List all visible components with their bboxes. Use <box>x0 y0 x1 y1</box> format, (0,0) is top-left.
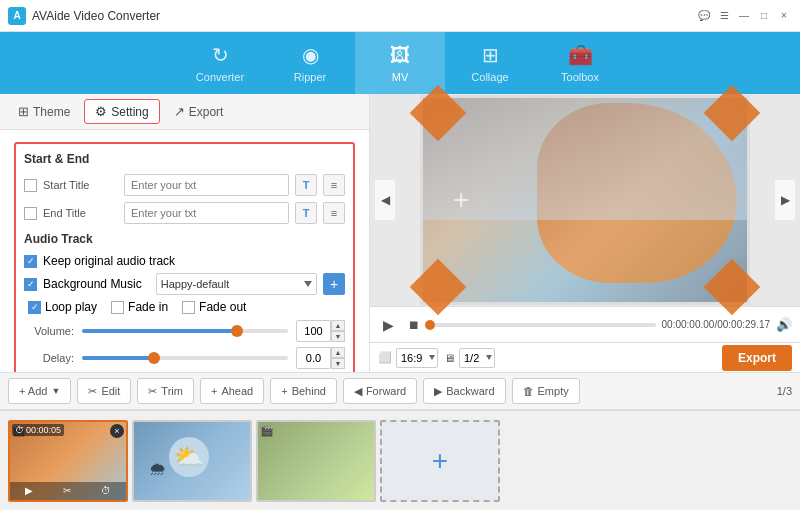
tab-theme[interactable]: ⊞ Theme <box>8 100 80 123</box>
nav-toolbox[interactable]: 🧰 Toolbox <box>535 32 625 94</box>
window-minimize-btn[interactable]: — <box>736 8 752 24</box>
end-title-row: End Title T ≡ <box>24 202 345 224</box>
forward-label: Forward <box>366 385 406 397</box>
backward-button[interactable]: ▶ Backward <box>423 378 505 404</box>
fade-out-checkbox[interactable] <box>182 301 195 314</box>
window-chat-btn[interactable]: 💬 <box>696 8 712 24</box>
next-btn[interactable]: ▶ <box>775 180 795 220</box>
film-time-value-1: 00:00:05 <box>26 425 61 435</box>
empty-button[interactable]: 🗑 Empty <box>512 378 580 404</box>
ahead-button[interactable]: + Ahead <box>200 378 264 404</box>
nav-ripper[interactable]: ◉ Ripper <box>265 32 355 94</box>
tab-export[interactable]: ↗ Export <box>164 100 234 123</box>
volume-fill <box>82 329 237 333</box>
delay-spinners[interactable]: ▲ ▼ <box>331 347 345 369</box>
delay-thumb[interactable] <box>148 352 160 364</box>
nav-collage[interactable]: ⊞ Collage <box>445 32 535 94</box>
progress-bar[interactable] <box>430 323 656 327</box>
edit-label: Edit <box>101 385 120 397</box>
film-clock-icon[interactable]: ⏱ <box>101 485 111 496</box>
start-title-text-btn[interactable]: T <box>295 174 317 196</box>
behind-icon: + <box>281 385 287 397</box>
nav-converter[interactable]: ↻ Converter <box>175 32 265 94</box>
background-music-checkbox[interactable]: ✓ <box>24 278 37 291</box>
nav-toolbox-label: Toolbox <box>561 71 599 83</box>
tab-theme-label: Theme <box>33 105 70 119</box>
volume-slider[interactable] <box>82 329 288 333</box>
scale-icon: 🖥 <box>444 352 455 364</box>
window-maximize-btn[interactable]: □ <box>756 8 772 24</box>
app-title: AVAide Video Converter <box>32 9 160 23</box>
delay-down-btn[interactable]: ▼ <box>331 358 345 369</box>
end-title-settings-btn[interactable]: ≡ <box>323 202 345 224</box>
titlebar: A AVAide Video Converter 💬 ☰ — □ × <box>0 0 800 32</box>
film-play-icon[interactable]: ▶ <box>25 485 33 496</box>
film-scissor-icon[interactable]: ✂ <box>63 485 71 496</box>
titlebar-left: A AVAide Video Converter <box>8 7 160 25</box>
tab-export-label: Export <box>189 105 224 119</box>
film-item-2[interactable]: ⛅ 🌧 <box>132 420 252 502</box>
volume-down-btn[interactable]: ▼ <box>331 331 345 342</box>
start-title-checkbox[interactable] <box>24 179 37 192</box>
film-add-btn[interactable]: + <box>380 420 500 502</box>
edit-icon: ✂ <box>88 385 97 398</box>
nav-converter-label: Converter <box>196 71 244 83</box>
fade-in-checkbox[interactable] <box>111 301 124 314</box>
behind-button[interactable]: + Behind <box>270 378 337 404</box>
secondary-controls: ⬜ 16:9 4:3 1:1 🖥 1/2 1/1 1/4 Export <box>370 342 800 372</box>
progress-thumb[interactable] <box>425 320 435 330</box>
volume-row: Volume: 100 ▲ ▼ <box>24 320 345 342</box>
delay-fill <box>82 356 154 360</box>
loop-play-label: Loop play <box>45 300 97 314</box>
volume-thumb[interactable] <box>231 325 243 337</box>
bottom-toolbar: + Add ▼ ✂ Edit ✂ Trim + Ahead + Behind ◀… <box>0 372 800 410</box>
time-total: 00:00:29.17 <box>717 319 770 330</box>
end-title-text-btn[interactable]: T <box>295 202 317 224</box>
ratio-select[interactable]: 16:9 4:3 1:1 <box>396 348 438 368</box>
volume-up-btn[interactable]: ▲ <box>331 320 345 331</box>
navbar: ↻ Converter ◉ Ripper 🖼 MV ⊞ Collage 🧰 To… <box>0 32 800 94</box>
keep-original-checkbox[interactable]: ✓ <box>24 255 37 268</box>
scale-select[interactable]: 1/2 1/1 1/4 <box>459 348 495 368</box>
window-close-btn[interactable]: × <box>776 8 792 24</box>
background-music-select[interactable]: Happy-default Romantic Energetic Calm <box>156 273 317 295</box>
tabs-bar: ⊞ Theme ⚙ Setting ↗ Export <box>0 94 369 130</box>
volume-icon[interactable]: 🔊 <box>776 317 792 332</box>
backward-icon: ▶ <box>434 385 442 398</box>
start-title-settings-btn[interactable]: ≡ <box>323 174 345 196</box>
tab-setting[interactable]: ⚙ Setting <box>84 99 159 124</box>
film-time-1: ⏱ 00:00:05 <box>12 424 64 436</box>
audio-track-title: Audio Track <box>24 232 345 246</box>
video-frame: + <box>420 95 750 305</box>
prev-btn[interactable]: ◀ <box>375 180 395 220</box>
film-close-1[interactable]: × <box>110 424 124 438</box>
delay-slider[interactable] <box>82 356 288 360</box>
trim-button[interactable]: ✂ Trim <box>137 378 194 404</box>
volume-spinners[interactable]: ▲ ▼ <box>331 320 345 342</box>
fade-in-label: Fade in <box>128 300 168 314</box>
ripper-icon: ◉ <box>302 43 319 67</box>
volume-label: Volume: <box>24 325 74 337</box>
add-btn-label: + Add <box>19 385 47 397</box>
tab-setting-label: Setting <box>111 105 148 119</box>
add-music-btn[interactable]: + <box>323 273 345 295</box>
bg-top <box>423 98 747 220</box>
edit-button[interactable]: ✂ Edit <box>77 378 131 404</box>
nav-ripper-label: Ripper <box>294 71 326 83</box>
play-btn[interactable]: ▶ <box>378 315 398 335</box>
export-button[interactable]: Export <box>722 345 792 371</box>
end-title-checkbox[interactable] <box>24 207 37 220</box>
video-preview-area: ◀ + ▶ <box>370 94 800 306</box>
nav-mv[interactable]: 🖼 MV <box>355 32 445 94</box>
start-title-input[interactable] <box>124 174 289 196</box>
video-thumbnail: + <box>423 98 747 302</box>
window-menu-btn[interactable]: ☰ <box>716 8 732 24</box>
film-item-1[interactable]: 🎬 × ⏱ 00:00:05 ▶ ✂ ⏱ <box>8 420 128 502</box>
film-item-3[interactable]: 🎬 <box>256 420 376 502</box>
end-title-input[interactable] <box>124 202 289 224</box>
delay-up-btn[interactable]: ▲ <box>331 347 345 358</box>
forward-button[interactable]: ◀ Forward <box>343 378 417 404</box>
stop-btn[interactable]: ⏹ <box>404 315 424 335</box>
loop-play-checkbox[interactable]: ✓ <box>28 301 41 314</box>
add-button[interactable]: + Add ▼ <box>8 378 71 404</box>
